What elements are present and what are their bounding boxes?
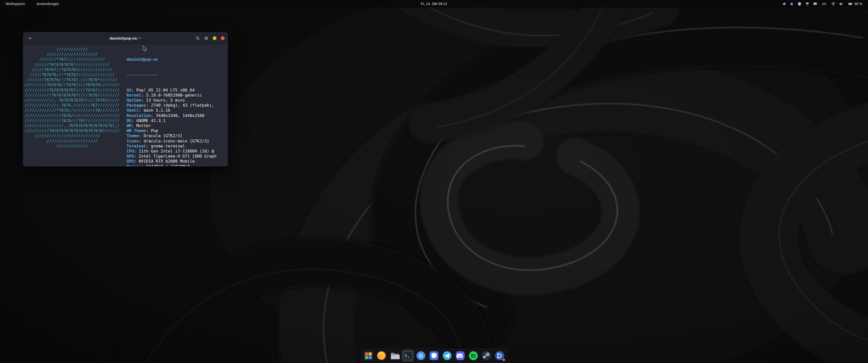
new-tab-button[interactable]: + bbox=[26, 35, 34, 42]
mouse-pointer bbox=[143, 45, 147, 52]
neofetch-info-line: Packages: 2740 (dpkg), 43 (flatpak), bbox=[127, 103, 217, 108]
files-icon bbox=[389, 351, 400, 361]
dock-item-discord[interactable] bbox=[454, 350, 466, 362]
discord-icon bbox=[455, 351, 466, 361]
neofetch-info-col: daniel@pop-os ------------- OS: Pop!_OS … bbox=[127, 47, 217, 166]
dock-item-pop-shop[interactable] bbox=[362, 350, 374, 362]
neofetch-title: daniel@pop-os bbox=[127, 57, 217, 62]
notification-badge bbox=[503, 359, 505, 361]
neofetch-info-line: Icons: dracula-icons-main [GTK2/3] bbox=[127, 139, 217, 144]
telegram-icon bbox=[442, 351, 453, 361]
pop-shop-icon bbox=[363, 351, 374, 361]
tray-shield-icon[interactable] bbox=[797, 2, 802, 6]
hamburger-menu-icon bbox=[204, 36, 209, 40]
neofetch-info-line: DE: GNOME 42.3.1 bbox=[127, 118, 217, 123]
topbar-right: en 98 % bbox=[782, 2, 868, 6]
neofetch-ascii: ///////////// ///////////////////// ////… bbox=[25, 47, 120, 166]
neofetch-info-line: Uptime: 13 hours, 5 mins bbox=[127, 98, 217, 103]
dock-item-signal[interactable] bbox=[428, 350, 440, 362]
neofetch-info-line: Memory: 5944MiB / 31828MiB bbox=[127, 164, 217, 166]
terminal-headerbar[interactable]: + daniel@pop-os: ~ bbox=[23, 32, 227, 44]
neofetch-separator: ------------- bbox=[127, 72, 217, 77]
search-icon bbox=[195, 36, 200, 40]
neofetch-info-line: Theme: Dracula [GTK2/3] bbox=[127, 133, 217, 138]
close-button[interactable] bbox=[221, 36, 224, 40]
topbar-left: Workspaces Anwendungen bbox=[0, 1, 62, 6]
dock-item-telegram[interactable] bbox=[441, 350, 453, 362]
firefox-icon bbox=[376, 351, 387, 361]
neofetch-info-line: GPU: Intel TigerLake-H GT1 [UHD Graph bbox=[127, 154, 217, 159]
applications-button[interactable]: Anwendungen bbox=[34, 1, 62, 6]
dock-item-spotify[interactable] bbox=[467, 350, 479, 362]
minimize-button[interactable] bbox=[213, 36, 217, 40]
neofetch-info-line: Shell: bash 5.1.16 bbox=[127, 108, 217, 113]
dock-item-files[interactable] bbox=[389, 350, 401, 362]
headerbar-controls bbox=[195, 36, 224, 40]
volume-icon[interactable] bbox=[839, 2, 843, 6]
dock-item-firefox[interactable] bbox=[375, 350, 388, 362]
signal-icon bbox=[429, 351, 439, 361]
neofetch-info-line: WM Theme: Pop bbox=[127, 128, 217, 133]
neofetch-info-line: Terminal: gnome-terminal bbox=[127, 144, 217, 149]
tray-chat-icon[interactable] bbox=[813, 2, 817, 6]
window-title: daniel@pop-os: ~ bbox=[110, 36, 141, 40]
workspaces-button[interactable]: Workspaces bbox=[3, 1, 28, 6]
neofetch-info-line: CPU: 11th Gen Intel i7-11800H (16) @ bbox=[127, 149, 217, 154]
neofetch-output: ///////////// ///////////////////// ////… bbox=[25, 47, 227, 166]
tray-umbrella-icon[interactable] bbox=[805, 2, 809, 6]
neofetch-info-line: Kernel: 5.19.0-76051900-generic bbox=[127, 93, 217, 98]
menu-button[interactable] bbox=[204, 36, 209, 40]
dock-item-steam[interactable] bbox=[480, 350, 493, 362]
battery-indicator[interactable]: 98 % bbox=[848, 2, 863, 6]
dock-item-chromium[interactable] bbox=[415, 350, 427, 362]
terminal-window: + daniel@pop-os: ~ ///////////// ///////… bbox=[23, 32, 228, 166]
clock[interactable]: Fr, 14. Okt 09:12 bbox=[421, 2, 447, 6]
neofetch-info-line: GPU: NVIDIA RTX A2000 Mobile bbox=[127, 159, 217, 164]
top-bar: Workspaces Anwendungen Fr, 14. Okt 09:12… bbox=[0, 0, 868, 7]
neofetch-info-line: WM: Mutter bbox=[127, 123, 217, 128]
tray-dot-icon[interactable] bbox=[789, 2, 794, 6]
keyboard-layout-indicator[interactable]: en bbox=[822, 2, 826, 6]
neofetch-info-line: OS: Pop!_OS 22.04 LTS x86_64 bbox=[127, 88, 217, 93]
dock-item-qbittorrent[interactable] bbox=[494, 350, 506, 362]
steam-icon bbox=[481, 351, 492, 361]
dock-item-terminal[interactable] bbox=[402, 350, 414, 362]
battery-icon bbox=[848, 2, 852, 6]
chromium-icon bbox=[415, 351, 426, 361]
search-button[interactable] bbox=[195, 36, 200, 40]
status-icons bbox=[831, 2, 843, 6]
terminal-icon bbox=[402, 351, 413, 361]
tray-icons bbox=[782, 2, 817, 6]
dock bbox=[360, 348, 508, 363]
neofetch-info-line: Resolution: 3440x1440, 1440x2560 bbox=[127, 113, 217, 118]
terminal-body[interactable]: ///////////// ///////////////////// ////… bbox=[23, 44, 227, 166]
spotify-icon bbox=[468, 351, 479, 361]
desktop: Workspaces Anwendungen Fr, 14. Okt 09:12… bbox=[0, 0, 868, 363]
wifi-icon[interactable] bbox=[831, 2, 835, 6]
tray-telegram-icon[interactable] bbox=[782, 2, 786, 6]
neofetch-info: OS: Pop!_OS 22.04 LTS x86_64Kernel: 5.19… bbox=[127, 88, 217, 166]
battery-percent: 98 % bbox=[855, 2, 863, 6]
